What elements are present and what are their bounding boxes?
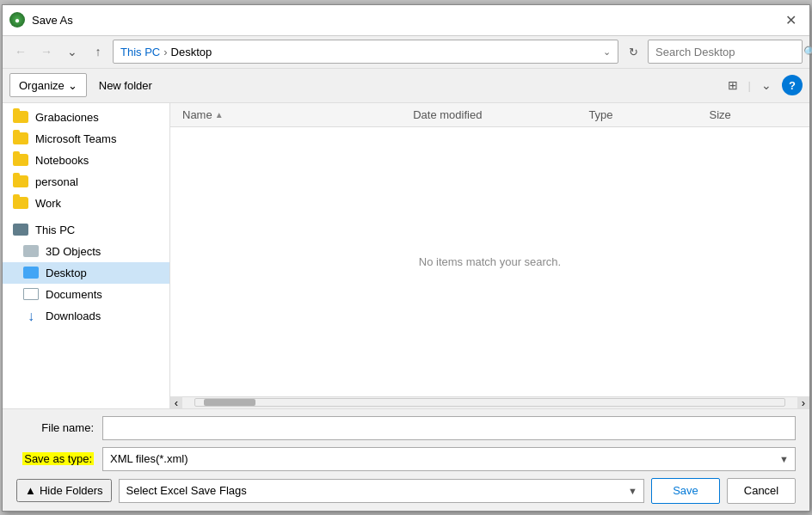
footer: File name: Save as type: XML files(*.xml… (3, 408, 809, 511)
folder-icon (13, 175, 28, 187)
organize-button[interactable]: Organize ⌄ (9, 73, 87, 97)
sidebar: Grabaciones Microsoft Teams Notebooks pe… (3, 103, 170, 408)
save-as-type-select[interactable]: XML files(*.xml) (102, 447, 796, 471)
save-as-dialog: ● Save As ✕ ← → ⌄ ↑ This PC › Desktop ⌄ … (2, 4, 810, 512)
search-box[interactable]: 🔍 (648, 40, 803, 64)
hide-folders-button[interactable]: ▲ Hide Folders (16, 479, 112, 502)
scrollbar-area: ‹ › (170, 396, 809, 408)
file-name-input[interactable] (102, 416, 796, 440)
sidebar-item-label: Documents (46, 288, 102, 301)
organize-label: Organize (19, 79, 65, 92)
folder-icon (13, 197, 28, 209)
sidebar-item-label: Work (35, 197, 61, 210)
file-list: No items match your search. (170, 127, 809, 396)
app-icon: ● (9, 12, 25, 28)
folder-icon (13, 154, 28, 166)
view-button[interactable]: ⊞ (721, 73, 745, 97)
new-folder-button[interactable]: New folder (94, 73, 157, 97)
search-input[interactable] (655, 46, 800, 58)
dialog-title: Save As (32, 14, 73, 27)
folder-icon (13, 132, 28, 144)
col-date-label: Date modified (413, 108, 482, 121)
dropdown-button[interactable]: ⌄ (61, 40, 83, 63)
sidebar-item-work[interactable]: Work (3, 193, 169, 214)
scroll-left-button[interactable]: ‹ (170, 396, 182, 408)
col-name-label: Name (182, 108, 212, 121)
address-thispc: This PC (120, 46, 160, 58)
toolbar: Organize ⌄ New folder ⊞ | ⌄ ? (3, 69, 809, 103)
empty-message: No items match your search. (419, 255, 561, 268)
sidebar-item-grabaciones[interactable]: Grabaciones (3, 107, 169, 128)
save-as-type-label-text: Save as type: (22, 452, 94, 465)
nav-bar: ← → ⌄ ↑ This PC › Desktop ⌄ ↻ 🔍 (3, 36, 809, 69)
col-header-type[interactable]: Type (583, 105, 704, 125)
sidebar-item-label: This PC (35, 224, 75, 236)
sidebar-item-label: Desktop (46, 267, 87, 279)
sidebar-item-3dobjects[interactable]: 3D Objects (3, 241, 169, 262)
sidebar-item-documents[interactable]: Documents (3, 284, 169, 305)
save-button[interactable]: Save (651, 478, 720, 504)
desktop-icon (23, 267, 39, 279)
address-current: Desktop (171, 46, 212, 58)
col-header-name[interactable]: Name ▲ (177, 105, 408, 125)
file-name-row: File name: (16, 416, 796, 440)
close-button[interactable]: ✕ (778, 8, 803, 32)
address-dropdown-arrow: ⌄ (603, 46, 611, 58)
bottom-row: ▲ Hide Folders Select Excel Save Flags ▼… (16, 478, 796, 504)
downloads-icon: ↓ (23, 310, 39, 323)
sidebar-item-label: Grabaciones (35, 111, 99, 124)
documents-icon (23, 288, 39, 300)
back-button[interactable]: ← (9, 40, 32, 63)
sidebar-item-desktop[interactable]: Desktop (3, 262, 169, 284)
column-headers: Name ▲ Date modified Type Size (170, 103, 809, 127)
view-dropdown-button[interactable]: ⌄ (754, 73, 778, 97)
search-icon: 🔍 (803, 46, 812, 58)
horizontal-scrollbar[interactable] (194, 398, 785, 407)
hide-folders-label: Hide Folders (40, 484, 103, 497)
refresh-button[interactable]: ↻ (622, 40, 644, 63)
divider: | (748, 79, 751, 92)
save-as-type-row: Save as type: XML files(*.xml) ▼ (16, 447, 796, 471)
forward-button[interactable]: → (35, 40, 58, 63)
3dobjects-icon (23, 245, 39, 257)
sidebar-item-label: 3D Objects (46, 245, 101, 258)
scrollbar-thumb (204, 399, 255, 406)
sidebar-item-label: personal (35, 175, 78, 188)
main-panel: Name ▲ Date modified Type Size No items … (170, 103, 809, 408)
title-bar-left: ● Save As (9, 12, 73, 28)
sidebar-item-label: Downloads (46, 310, 101, 322)
up-button[interactable]: ↑ (87, 40, 109, 63)
sidebar-item-personal[interactable]: personal (3, 171, 169, 193)
thispc-icon (13, 224, 28, 236)
hide-folders-arrow-icon: ▲ (25, 484, 36, 497)
content-area: Grabaciones Microsoft Teams Notebooks pe… (3, 103, 809, 408)
col-header-date[interactable]: Date modified (408, 105, 583, 125)
sidebar-item-notebooks[interactable]: Notebooks (3, 150, 169, 171)
organize-dropdown-icon: ⌄ (68, 79, 77, 92)
address-bar[interactable]: This PC › Desktop ⌄ (113, 40, 618, 64)
toolbar-right: ⊞ | ⌄ ? (721, 73, 803, 97)
folder-icon (13, 111, 28, 123)
help-button[interactable]: ? (782, 75, 803, 95)
sidebar-item-label: Microsoft Teams (35, 132, 116, 145)
col-type-label: Type (588, 108, 612, 121)
cancel-button[interactable]: Cancel (727, 478, 796, 504)
file-name-label: File name: (16, 421, 94, 434)
sidebar-item-thispc[interactable]: This PC (3, 219, 169, 241)
col-header-size[interactable]: Size (704, 105, 803, 125)
sidebar-item-microsoftteams[interactable]: Microsoft Teams (3, 128, 169, 150)
sort-arrow-icon: ▲ (215, 110, 224, 120)
scroll-right-button[interactable]: › (797, 396, 809, 408)
sidebar-item-downloads[interactable]: ↓ Downloads (3, 305, 169, 328)
title-bar: ● Save As ✕ (3, 5, 809, 36)
save-as-type-wrapper: XML files(*.xml) ▼ (102, 447, 796, 471)
save-as-type-label: Save as type: (16, 452, 94, 465)
sidebar-item-label: Notebooks (35, 154, 89, 167)
flags-select-wrapper: Select Excel Save Flags ▼ (119, 479, 644, 503)
col-size-label: Size (710, 108, 731, 121)
address-separator: › (163, 46, 167, 58)
flags-select[interactable]: Select Excel Save Flags (119, 479, 644, 503)
